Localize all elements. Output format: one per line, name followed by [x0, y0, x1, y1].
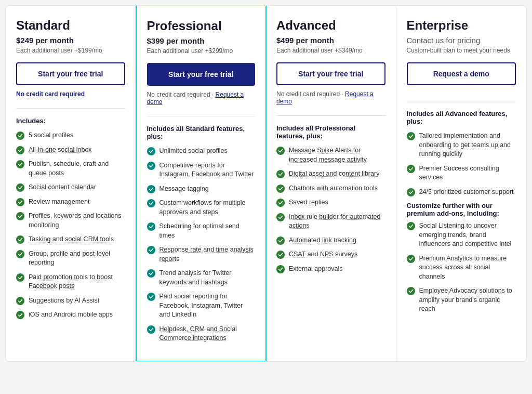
advanced-feature-text-2: Chatbots with automation tools	[289, 184, 385, 193]
standard-feature-item-9: Suggestions by AI Assist	[16, 296, 125, 306]
check-icon	[147, 293, 155, 301]
check-icon	[276, 170, 285, 178]
check-icon	[147, 269, 155, 278]
enterprise-features-header: Includes all Advanced features, plus:	[407, 110, 516, 125]
standard-feature-item-1: All-in-one social inbox	[16, 146, 125, 155]
standard-feature-text-0: 5 social profiles	[29, 131, 125, 140]
advanced-feature-item-2: Chatbots with automation tools	[276, 184, 385, 193]
standard-features-header: Includes:	[16, 117, 125, 125]
standard-cta-button[interactable]: Start your free trial	[16, 62, 125, 85]
professional-feature-item-1: Competitive reports for Instagram, Faceb…	[147, 161, 256, 179]
check-icon	[16, 273, 24, 282]
advanced-feature-text-3: Saved replies	[289, 198, 385, 207]
professional-feature-text-0: Unlimited social profiles	[159, 147, 256, 156]
standard-feature-list: 5 social profilesAll-in-one social inbox…	[16, 131, 125, 320]
advanced-feature-text-1: Digital asset and content library	[289, 169, 385, 179]
professional-feature-text-6: Trend analysis for Twitter keywords and …	[159, 269, 256, 287]
professional-feature-item-6: Trend analysis for Twitter keywords and …	[147, 269, 256, 287]
advanced-feature-text-4: Inbox rule builder for automated actions	[289, 213, 385, 231]
advanced-feature-item-5: Automated link tracking	[276, 236, 385, 245]
advanced-plan-price: $499 per month	[276, 36, 385, 45]
professional-cta-button[interactable]: Start your free trial	[147, 63, 256, 86]
professional-plan-name: Professional	[147, 19, 256, 33]
enterprise-feature-item-2: 24/5 prioritized customer support	[407, 188, 516, 197]
enterprise-addon-item-1: Premium Analytics to measure success acr…	[407, 254, 516, 282]
advanced-no-cc-text: No credit card required ·	[276, 90, 345, 98]
enterprise-feature-item-0: Tailored implementation and onboarding t…	[407, 132, 516, 159]
professional-feature-text-7: Paid social reporting for Facebook, Inst…	[159, 292, 256, 320]
check-icon	[276, 185, 285, 193]
standard-user-price: Each additional user +$199/mo	[16, 47, 125, 54]
check-icon	[16, 250, 24, 258]
standard-divider	[16, 108, 125, 109]
professional-feature-item-2: Message tagging	[147, 185, 256, 194]
check-icon	[16, 311, 24, 319]
standard-feature-item-7: Group, profile and post-level reporting	[16, 249, 125, 268]
enterprise-cta-button[interactable]: Request a demo	[407, 62, 516, 85]
check-icon	[147, 199, 155, 207]
advanced-feature-item-0: Message Spike Alerts for increased messa…	[276, 146, 385, 164]
professional-feature-text-3: Custom workflows for multiple approvers …	[159, 199, 256, 217]
professional-feature-item-5: Response rate and time analysis reports	[147, 245, 256, 264]
advanced-feature-text-7: External approvals	[289, 265, 385, 274]
standard-cta-note: No credit card required	[16, 90, 125, 98]
advanced-cta-button[interactable]: Start your free trial	[276, 62, 385, 85]
professional-plan-price: $399 per month	[147, 36, 256, 45]
check-icon	[407, 255, 415, 263]
enterprise-feature-text-0: Tailored implementation and onboarding t…	[419, 132, 516, 159]
enterprise-addon-list: Social Listening to uncover emerging tre…	[407, 221, 516, 314]
standard-feature-text-4: Review management	[29, 198, 125, 207]
standard-plan-name: Standard	[16, 18, 125, 33]
enterprise-addon-text-1: Premium Analytics to measure success acr…	[419, 254, 516, 282]
advanced-feature-item-4: Inbox rule builder for automated actions	[276, 213, 385, 231]
standard-feature-text-3: Social content calendar	[29, 183, 125, 192]
check-icon	[16, 160, 24, 168]
advanced-user-price: Each additional user +$349/mo	[276, 47, 385, 54]
check-icon	[276, 251, 285, 259]
standard-feature-text-5: Profiles, keywords and locations monitor…	[29, 212, 125, 230]
plan-col-advanced: Advanced$499 per monthEach additional us…	[266, 6, 396, 361]
professional-feature-text-8: Helpdesk, CRM and Social Commerce integr…	[159, 325, 256, 343]
professional-feature-item-4: Scheduling for optimal send times	[147, 222, 256, 240]
check-icon	[276, 237, 285, 245]
professional-user-price: Each additional user +$299/mo	[147, 47, 256, 55]
professional-feature-text-4: Scheduling for optimal send times	[159, 222, 256, 240]
professional-feature-item-3: Custom workflows for multiple approvers …	[147, 199, 256, 217]
enterprise-feature-text-2: 24/5 prioritized customer support	[419, 188, 516, 197]
standard-feature-item-5: Profiles, keywords and locations monitor…	[16, 212, 125, 230]
advanced-feature-item-7: External approvals	[276, 265, 385, 274]
enterprise-divider	[407, 101, 516, 101]
check-icon	[16, 146, 24, 154]
check-icon	[276, 199, 285, 207]
professional-feature-item-7: Paid social reporting for Facebook, Inst…	[147, 292, 256, 320]
advanced-feature-text-6: CSAT and NPS surveys	[289, 250, 385, 259]
standard-feature-text-8: Paid promotion tools to boost Facebook p…	[29, 273, 125, 291]
professional-feature-item-8: Helpdesk, CRM and Social Commerce integr…	[147, 325, 256, 343]
advanced-divider	[276, 115, 385, 116]
advanced-features-header: Includes all Professional features, plus…	[276, 124, 385, 140]
standard-feature-item-8: Paid promotion tools to boost Facebook p…	[16, 273, 125, 291]
standard-feature-text-6: Tasking and social CRM tools	[29, 235, 125, 244]
standard-feature-item-4: Review management	[16, 198, 125, 207]
advanced-cta-note: No credit card required · Request a demo	[276, 90, 385, 105]
advanced-feature-item-6: CSAT and NPS surveys	[276, 250, 385, 259]
check-icon	[276, 265, 285, 273]
standard-feature-item-3: Social content calendar	[16, 183, 125, 192]
check-icon	[16, 212, 24, 220]
check-icon	[147, 162, 155, 170]
professional-features-header: Includes all Standard features, plus:	[147, 125, 256, 140]
check-icon	[407, 188, 415, 196]
check-icon	[407, 222, 415, 230]
standard-feature-text-1: All-in-one social inbox	[29, 146, 125, 155]
pricing-grid: Standard$249 per monthEach additional us…	[5, 5, 527, 362]
check-icon	[147, 147, 155, 155]
advanced-feature-text-5: Automated link tracking	[289, 236, 385, 245]
check-icon	[407, 165, 415, 173]
advanced-feature-text-0: Message Spike Alerts for increased messa…	[289, 146, 385, 164]
standard-feature-item-6: Tasking and social CRM tools	[16, 235, 125, 244]
enterprise-addon-item-2: Employee Advocacy solutions to amplify y…	[407, 286, 516, 314]
professional-divider	[147, 116, 256, 116]
enterprise-user-price: Custom-built plan to meet your needs	[407, 47, 516, 54]
professional-feature-item-0: Unlimited social profiles	[147, 147, 256, 156]
check-icon	[16, 183, 24, 192]
